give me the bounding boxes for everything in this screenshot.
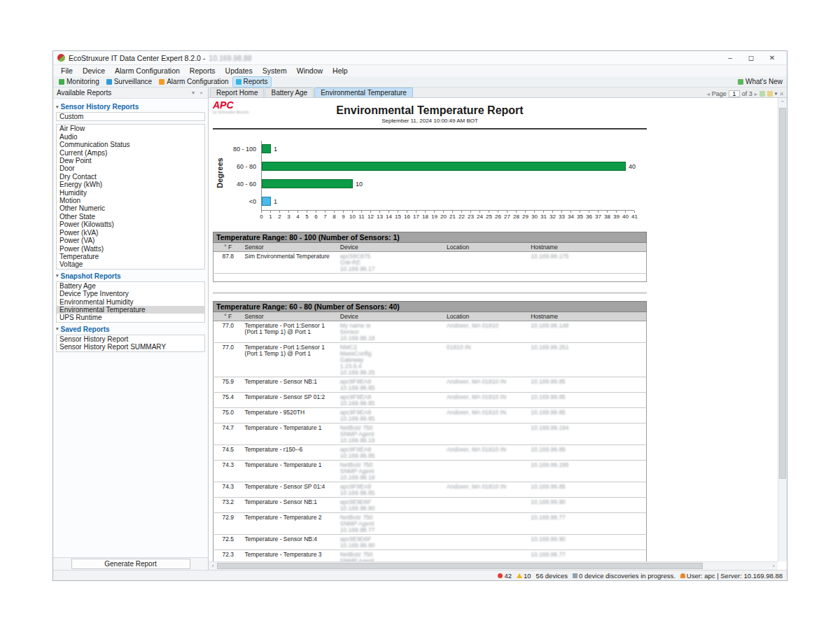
report-item-power-kilowatts-[interactable]: Power (Kilowatts)	[57, 220, 204, 228]
report-item-other-numeric[interactable]: Other Numeric	[57, 204, 204, 212]
cell-device: apc9F9EA810.169.99.85	[338, 393, 444, 408]
menu-item-device[interactable]: Device	[78, 66, 110, 75]
scroll-right-icon[interactable]: ›	[769, 563, 778, 569]
report-list-box: Sensor History ReportSensor History Repo…	[56, 335, 205, 352]
page-prev-icon[interactable]: ◂	[707, 91, 710, 97]
chart-category-label: 40 - 60	[213, 181, 256, 188]
page-next-icon[interactable]: ▸	[755, 91, 757, 97]
menu-item-system[interactable]: System	[258, 66, 292, 75]
status-text: 56 devices	[536, 572, 568, 580]
report-item-other-state[interactable]: Other State	[57, 213, 204, 220]
menu-item-updates[interactable]: Updates	[220, 66, 258, 75]
maximize-icon[interactable]: ◻	[741, 51, 762, 65]
horizontal-scroll-thumb[interactable]	[217, 563, 703, 569]
minimize-icon[interactable]: –	[720, 51, 741, 65]
report-item-sensor-history-report[interactable]: Sensor History Report	[57, 335, 204, 343]
menu-item-file[interactable]: File	[56, 66, 78, 75]
report-item-temperature[interactable]: Temperature	[57, 253, 204, 260]
table-row: 72.9Temperature - Temperature 2NetBotz 7…	[214, 513, 647, 535]
report-item-current-amps-[interactable]: Current (Amps)	[57, 149, 204, 157]
device-line: 10.169.99.18	[340, 335, 442, 342]
cell-sensor: Temperature - Temperature 1	[243, 424, 338, 445]
report-item-audio[interactable]: Audio	[57, 133, 204, 141]
perspective-alarm-configuration[interactable]: Alarm Configuration	[156, 77, 231, 87]
whats-new-button[interactable]: What's New	[738, 78, 784, 85]
vertical-scroll-thumb[interactable]	[779, 108, 786, 479]
cell-location: Andover, MA 01810 IN	[444, 408, 528, 424]
x-tick-label: 41	[630, 214, 639, 220]
cell-location	[444, 252, 528, 274]
report-item-sensor-history-report-summary[interactable]: Sensor History Report SUMMARY	[57, 343, 204, 351]
tab-battery-age[interactable]: Battery Age	[265, 88, 314, 97]
scroll-left-icon[interactable]: ‹	[209, 563, 217, 569]
report-item-motion[interactable]: Motion	[57, 197, 204, 204]
device-line: 10.169.99.90	[340, 505, 442, 512]
menu-item-reports[interactable]: Reports	[185, 66, 220, 75]
report-item-air-flow[interactable]: Air Flow	[57, 125, 204, 132]
chart-bar-value: 1	[274, 146, 277, 153]
section-header-snapshot-reports[interactable]: ▾Snapshot Reports	[56, 272, 205, 280]
print-icon[interactable]	[767, 91, 773, 97]
report-item-communication-status[interactable]: Communication Status	[57, 141, 204, 148]
cell-device: NetBotz 750SNMP Agent10.169.98.77	[338, 550, 444, 562]
report-item-energy-kwh-[interactable]: Energy (kWh)	[57, 181, 204, 188]
x-tick-label: 10	[348, 214, 357, 220]
tab-report-home[interactable]: Report Home	[210, 88, 264, 97]
report-item-ups-runtime[interactable]: UPS Runtime	[57, 314, 204, 321]
report-item-dew-point[interactable]: Dew Point	[57, 157, 204, 164]
perspective-monitoring[interactable]: Monitoring	[56, 77, 102, 87]
report-item-device-type-inventory[interactable]: Device Type Inventory	[57, 290, 204, 298]
x-tick-label: 11	[357, 214, 366, 220]
perspective-surveillance[interactable]: Surveillance	[104, 77, 155, 87]
section-header-saved-reports[interactable]: ▾Saved Reports	[56, 326, 205, 333]
panel-controls-icon[interactable]: ▾ ▪	[192, 90, 204, 96]
menu-item-help[interactable]: Help	[328, 66, 353, 75]
x-tick-label: 22	[457, 214, 466, 220]
perspective-reports[interactable]: Reports	[233, 77, 271, 87]
report-list-box: Air FlowAudioCommunication StatusCurrent…	[56, 124, 205, 269]
title-divider	[213, 128, 647, 130]
status-text: 42	[504, 572, 512, 580]
report-item-power-kva-[interactable]: Power (kVA)	[57, 229, 204, 237]
chart-options-dropdown-icon[interactable]: ▾	[775, 91, 778, 97]
tab-environmental-temperature[interactable]: Environmental Temperature	[314, 88, 413, 97]
page-number-input[interactable]	[729, 90, 740, 97]
cell-location: Andover, MA 01810 IN	[444, 377, 528, 393]
column-header-location: Location	[444, 243, 528, 252]
report-item-environmental-temperature[interactable]: Environmental Temperature	[57, 306, 204, 314]
close-report-icon[interactable]: ✕	[779, 91, 784, 97]
cell-device: NetBotz 750SNMP Agent10.169.99.19	[338, 461, 444, 482]
x-tick-label: 4	[293, 214, 302, 220]
close-icon[interactable]: ✕	[762, 51, 783, 65]
report-item-dry-contact[interactable]: Dry Contact	[57, 173, 204, 181]
cell-temperature: 77.0	[214, 321, 243, 343]
export-icon[interactable]	[760, 91, 765, 97]
generate-report-button[interactable]: Generate Report	[71, 559, 190, 569]
vertical-scrollbar[interactable]: ⌃	[778, 98, 787, 561]
menu-item-alarm-configuration[interactable]: Alarm Configuration	[110, 66, 185, 75]
horizontal-scrollbar[interactable]: ‹ ›	[209, 561, 778, 570]
cell-temperature: 74.7	[214, 424, 243, 445]
cell-location: Andover, MA 01810	[444, 321, 528, 343]
report-item-custom[interactable]: Custom	[57, 113, 204, 120]
report-item-voltage[interactable]: Voltage	[57, 260, 204, 268]
report-item-battery-age[interactable]: Battery Age	[57, 282, 204, 290]
user-icon	[680, 573, 685, 578]
report-item-door[interactable]: Door	[57, 164, 204, 172]
report-item-power-va-[interactable]: Power (VA)	[57, 237, 204, 244]
menu-item-window[interactable]: Window	[292, 66, 328, 75]
x-tick-label: 7	[321, 214, 330, 220]
report-item-humidity[interactable]: Humidity	[57, 189, 204, 197]
table-row: 75.9Temperature - Sensor NB:1apc9F9EA810…	[214, 377, 647, 393]
scroll-up-icon[interactable]: ⌃	[778, 98, 787, 107]
section-header-sensor-history-reports[interactable]: ▾Sensor History Reports	[56, 103, 205, 111]
x-tick-label: 35	[575, 214, 584, 220]
report-item-environmental-humidity[interactable]: Environmental Humidity	[57, 298, 204, 306]
cell-sensor: Sim Environmental Temperature	[243, 252, 338, 274]
perspective-label: Reports	[244, 78, 268, 85]
report-pager: ◂ Page of 3 ▸ ▾ ✕	[707, 90, 787, 97]
cell-sensor: Temperature - Port 1:Sensor 1 (Port 1 Te…	[243, 321, 338, 343]
x-tick-label: 21	[448, 214, 457, 220]
report-item-power-watts-[interactable]: Power (Watts)	[57, 245, 204, 253]
horizontal-scroll-track[interactable]	[217, 562, 769, 570]
